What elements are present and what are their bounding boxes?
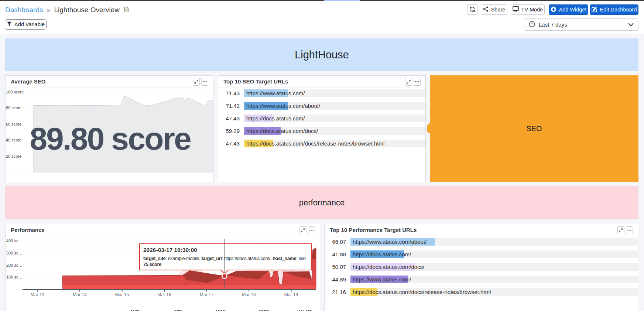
url-row-value: 47.43 (218, 140, 240, 147)
url-row-value: 71.43 (218, 89, 240, 97)
clock-icon (529, 21, 535, 28)
url-list-row[interactable]: 41.88https://docs.atatus.com/ (325, 250, 638, 258)
share-label: Share (491, 7, 506, 13)
url-list-row[interactable]: 59.29https://docs.atatus.com/docs/ (218, 127, 425, 135)
top-bar: Dashboards » Lighthouse Overview Share T… (0, 1, 644, 34)
url-row-link: https://docs.atatus.com/docs/release-not… (353, 288, 491, 296)
url-list-row[interactable]: 47.43https://docs.atatus.com/docs/releas… (218, 140, 425, 147)
tv-icon (513, 6, 519, 13)
add-variable-button[interactable]: Add Variable (5, 19, 47, 30)
breadcrumb-separator: » (47, 6, 50, 14)
breadcrumb-dashboards-link[interactable]: Dashboards (5, 6, 43, 14)
widget-top-perf-urls: Top 10 Performance Target URLs 66.07http… (324, 224, 638, 311)
average-seo-big-value: 89.80 score (30, 120, 191, 157)
performance-banner-label: performance (299, 198, 345, 208)
svg-text:60 score: 60 score (6, 122, 21, 126)
seo-box-label: SEO (430, 75, 638, 182)
url-row-link: https://docs.atatus.com/ (353, 250, 411, 258)
url-row-link: https://www.atatus.com/ (353, 276, 411, 283)
refresh-icon (469, 6, 475, 13)
url-row-link: https://www.atatus.com/ (246, 89, 305, 97)
add-widget-label: Add Widget (559, 7, 587, 13)
legend-header-min: MIN (139, 309, 182, 311)
widget-top-seo-urls: Top 10 SEO Target URLs 71.43https://www.… (218, 75, 426, 182)
time-range-picker[interactable]: Last 7 days (524, 18, 638, 31)
url-row-value: 66.07 (325, 238, 346, 246)
url-row-value: 47.43 (218, 115, 240, 122)
url-list-row[interactable]: 71.43https://www.atatus.com/ (218, 89, 425, 97)
url-row-value: 44.89 (325, 276, 346, 283)
url-list-row[interactable]: 50.07https://docs.atatus.com/docs/ (325, 263, 638, 271)
url-row-value: 59.29 (218, 127, 240, 135)
edit-icon (592, 6, 597, 13)
legend-header-avg: AVG (96, 309, 139, 311)
edit-dashboard-button[interactable]: Edit Dashboard (590, 4, 638, 15)
url-row-link: https://docs.atatus.com/docs/release-not… (246, 140, 384, 147)
url-row-link: https://www.atatus.com/about/ (353, 238, 427, 246)
url-row-value: 21.16 (325, 288, 346, 296)
top-seo-url-list: 71.43https://www.atatus.com/71.42https:/… (218, 76, 425, 182)
share-button[interactable]: Share (481, 4, 507, 15)
top-perf-url-list: 66.07https://www.atatus.com/about/41.88h… (325, 224, 638, 311)
svg-text:20 score: 20 score (6, 154, 21, 158)
average-seo-chart[interactable]: 100 score80 score60 score40 score20 scor… (6, 76, 213, 182)
chevron-down-icon (628, 21, 634, 28)
url-row-link: https://docs.atatus.com/docs/ (353, 263, 424, 271)
svg-text:80 score: 80 score (6, 106, 21, 110)
add-variable-label: Add Variable (14, 21, 45, 27)
dashboard-canvas: LightHouse Average SEO 100 score80 score… (0, 34, 644, 311)
url-list-row[interactable]: 47.43https://docs.atatus.com/ (218, 115, 425, 122)
lighthouse-banner-label: LightHouse (295, 49, 349, 61)
widget-average-seo: Average SEO 100 score80 score60 score40 … (5, 75, 213, 182)
url-row-link: https://www.atatus.com/about/ (246, 102, 320, 110)
app-root: Dashboards » Lighthouse Overview Share T… (0, 0, 644, 311)
url-row-value: 50.07 (325, 263, 346, 271)
tv-mode-label: TV Mode (521, 7, 543, 13)
legend-header-sum: SUM (226, 309, 269, 311)
add-widget-button[interactable]: Add Widget (549, 4, 588, 15)
legend-header-value: VALUE (269, 309, 312, 311)
url-row-value: 71.42 (218, 102, 240, 110)
document-icon[interactable] (124, 6, 129, 14)
refresh-button[interactable] (467, 4, 477, 15)
url-row-link: https://docs.atatus.com/ (246, 115, 305, 122)
url-list-row[interactable]: 44.89https://www.atatus.com/ (325, 276, 638, 283)
lighthouse-banner: LightHouse (5, 38, 638, 71)
url-list-row[interactable]: 21.16https://docs.atatus.com/docs/releas… (325, 288, 638, 296)
funnel-icon (7, 21, 12, 28)
tv-mode-button[interactable]: TV Mode (511, 4, 545, 15)
legend-header-max: MAX (182, 309, 226, 311)
time-range-value: Last 7 days (539, 21, 567, 28)
url-row-link: https://docs.atatus.com/docs/ (246, 127, 318, 135)
url-row-value: 41.88 (325, 250, 346, 258)
performance-legend-headers: AVGMINMAXSUMVALUE (96, 309, 312, 311)
plus-circle-icon (551, 6, 556, 13)
edit-dashboard-label: Edit Dashboard (600, 7, 637, 13)
url-list-row[interactable]: 71.42https://www.atatus.com/about/ (218, 102, 425, 110)
svg-text:100 score: 100 score (6, 90, 24, 94)
performance-chart[interactable]: 400 sc…300 sc…200 sc…100 sc…Mar 13Mar 14… (6, 224, 320, 311)
performance-banner: performance (5, 186, 638, 219)
breadcrumb: Dashboards » Lighthouse Overview (5, 5, 129, 15)
url-list-row[interactable]: 66.07https://www.atatus.com/about/ (325, 238, 638, 246)
page-title: Lighthouse Overview (54, 6, 119, 14)
widget-performance: Performance 400 sc…300 sc…200 sc…100 sc…… (5, 224, 320, 311)
share-icon (483, 6, 489, 13)
svg-text:40 score: 40 score (6, 138, 21, 142)
widget-seo-box: SEO (430, 75, 638, 182)
